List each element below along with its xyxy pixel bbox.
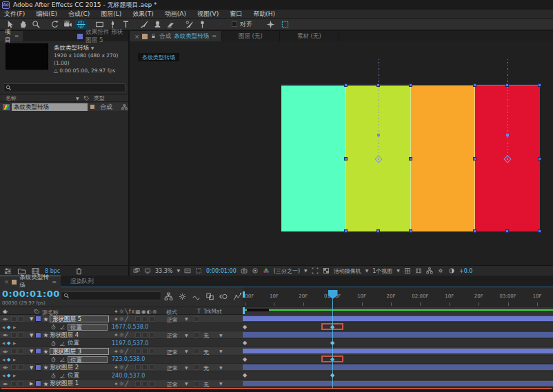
label-color-chip[interactable] [90, 104, 95, 110]
switch-cell[interactable] [142, 381, 148, 386]
view-dropdown-icon[interactable]: ▼ [396, 269, 400, 273]
eye-icon[interactable] [2, 381, 8, 387]
position-label[interactable]: 位置 [68, 356, 108, 363]
position-value[interactable]: 1677.0,538.0 [112, 324, 148, 330]
timeline-button-icon[interactable] [426, 267, 433, 274]
switch-cell[interactable] [149, 316, 154, 322]
frame-blend-icon[interactable] [205, 292, 214, 301]
eye-icon[interactable] [2, 316, 8, 322]
camera-tool[interactable] [62, 19, 74, 30]
keyframe[interactable]: ◆ [243, 340, 247, 346]
mode-dropdown-icon[interactable]: ▼ [185, 333, 188, 338]
position-keyframe-row[interactable]: ◆◆ [243, 323, 553, 331]
draft-3d-icon[interactable] [178, 292, 187, 301]
column-name[interactable]: 名称 [6, 94, 17, 102]
layer-row[interactable]: ▼形状图层 3✦☼╱正常▼无▼ [0, 347, 243, 355]
tab-composition[interactable]: × 合成 条纹类型转场 ≡ [130, 31, 222, 41]
position-label[interactable]: 位置 [68, 340, 79, 347]
switch-cell[interactable] [142, 364, 148, 370]
position-property-row[interactable]: ◀◆▶位置723.0,538.0 [0, 355, 243, 364]
av-cell[interactable] [18, 381, 23, 386]
zoom-dropdown-icon[interactable]: ▼ [177, 269, 180, 273]
tab-render-queue[interactable]: 渲染队列 [61, 276, 103, 287]
pixel-aspect-icon[interactable] [404, 267, 411, 274]
trash-icon[interactable] [74, 267, 83, 276]
layer-duration-bar[interactable] [243, 332, 553, 338]
av-cell[interactable] [18, 364, 23, 370]
layer-switches[interactable]: ✦☼╱ [114, 332, 129, 338]
switch-cell[interactable] [135, 349, 141, 354]
zoom-level[interactable]: 33.3% [155, 268, 172, 274]
comp-thumbnail[interactable] [6, 43, 48, 70]
layer-row[interactable]: ▶形状图层 1✦☼╱正常▼无▼ [0, 380, 243, 388]
interpolation-icon[interactable] [59, 324, 66, 330]
trkmat-cell[interactable] [194, 364, 199, 370]
layer-duration-bar[interactable] [243, 316, 553, 322]
shy-layers-icon[interactable] [192, 292, 201, 301]
eye-icon[interactable] [2, 364, 8, 371]
layer-duration-bar[interactable] [243, 349, 553, 354]
roto-brush-tool[interactable] [183, 19, 195, 30]
channels-icon[interactable] [263, 267, 270, 274]
expand-arrow-icon[interactable]: ▶ [30, 381, 33, 386]
flowchart-button-icon[interactable] [437, 267, 444, 274]
av-cell[interactable] [18, 316, 23, 322]
zoom-tool[interactable] [30, 19, 42, 30]
expand-arrow-icon[interactable]: ▼ [30, 349, 33, 354]
layer-name[interactable]: 形状图层 4 [50, 332, 79, 339]
layer-color-chip[interactable] [35, 380, 41, 386]
menu-item[interactable]: 视图(V) [197, 10, 219, 19]
switch-cell[interactable] [135, 332, 141, 338]
close-icon[interactable]: × [134, 33, 139, 40]
layer-color-chip[interactable] [35, 348, 41, 354]
puppet-pin-tool[interactable] [197, 19, 208, 30]
menu-item[interactable]: 图层(L) [101, 10, 121, 19]
show-snapshot-icon[interactable] [252, 267, 259, 274]
mode-dropdown-icon[interactable]: ▼ [185, 366, 188, 370]
column-t[interactable]: T [197, 309, 201, 315]
prev-keyframe-icon[interactable]: ◀ [2, 341, 5, 345]
keyframe[interactable]: ◆ [243, 324, 247, 330]
trkmat-cell[interactable] [194, 381, 199, 386]
trkmat-cell[interactable] [194, 316, 199, 322]
comp-canvas[interactable] [281, 85, 540, 231]
keyframe-indicator-icon[interactable]: ◆ [7, 357, 10, 362]
navigator-start-marker[interactable] [243, 291, 245, 298]
av-cell[interactable] [11, 349, 17, 354]
panel-menu-icon[interactable]: ≡ [212, 33, 217, 39]
trkmat-cell[interactable] [194, 332, 199, 338]
next-keyframe-icon[interactable]: ▶ [13, 341, 16, 345]
switch-cell[interactable] [149, 332, 154, 338]
clone-stamp-tool[interactable] [152, 19, 163, 30]
eraser-tool[interactable] [165, 19, 177, 30]
mode-dropdown-icon[interactable]: ▼ [185, 382, 188, 386]
position-keyframe-row[interactable]: ◆◆ [243, 339, 553, 347]
next-keyframe-icon[interactable]: ▶ [13, 373, 16, 378]
project-search-input[interactable] [3, 83, 125, 92]
av-cell[interactable] [18, 332, 23, 338]
motion-blur-icon[interactable] [219, 292, 228, 301]
layer-name[interactable]: 形状图层 1 [50, 380, 79, 387]
menu-item[interactable]: 效果(T) [132, 10, 154, 19]
layer-duration-bar[interactable] [243, 364, 553, 370]
label-column-icon[interactable] [83, 95, 90, 101]
menu-item[interactable]: 窗口 [230, 10, 242, 19]
keyframe[interactable]: ◆ [243, 372, 247, 378]
region-of-interest-icon[interactable] [312, 267, 319, 274]
always-preview-icon[interactable] [133, 267, 140, 274]
next-keyframe-icon[interactable]: ▶ [13, 325, 16, 329]
label-column-icon[interactable] [34, 309, 40, 315]
switch-cell[interactable] [149, 364, 154, 370]
resolution-dropdown-icon[interactable]: ▼ [304, 269, 308, 273]
panel-menu-icon[interactable]: ≡ [52, 279, 57, 285]
layer-row[interactable]: ▼形状图层 5✦☼╱正常▼ [0, 315, 243, 323]
primary-viewer-icon[interactable] [144, 267, 151, 274]
current-time-display[interactable]: 0:00:01:00 [2, 289, 60, 299]
panel-menu-icon[interactable]: ≡ [14, 33, 19, 39]
eye-icon[interactable] [2, 349, 8, 355]
menu-item[interactable]: 文件(F) [4, 10, 25, 19]
position-label[interactable]: 位置 [68, 324, 108, 331]
exposure-value[interactable]: +0.0 [459, 268, 472, 274]
prev-keyframe-icon[interactable]: ◀ [2, 373, 5, 378]
layer-switches[interactable]: ✦☼╱ [114, 349, 129, 355]
